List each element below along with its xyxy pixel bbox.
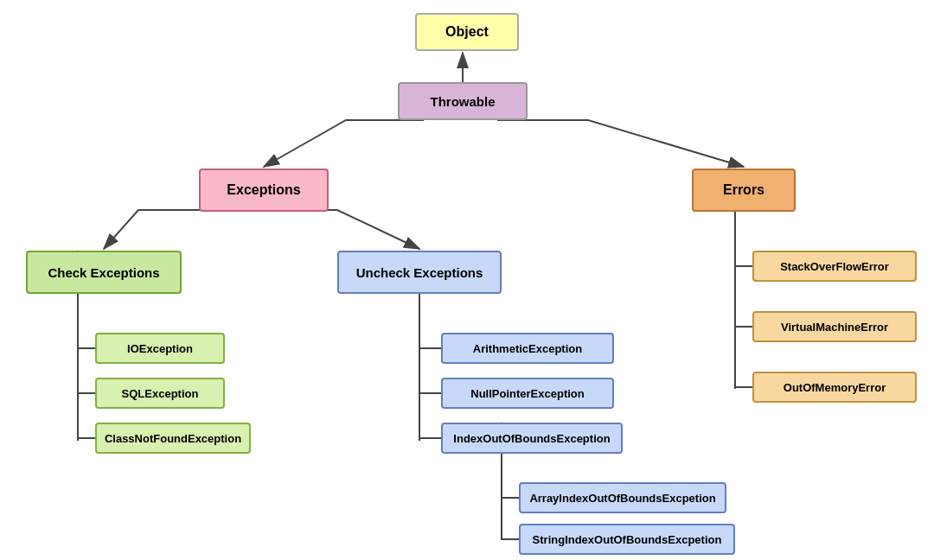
ioexception-node: IOException [95, 333, 225, 364]
indexout-node: IndexOutOfBoundsException [441, 423, 623, 454]
diagram: Object Throwable Exceptions Errors Check… [0, 0, 934, 560]
sqlexception-node: SQLException [95, 378, 225, 409]
stringindex-node: StringIndexOutOfBoundsExcpetion [519, 524, 735, 555]
classnotfound-node: ClassNotFoundException [95, 423, 251, 454]
outofmemory-node: OutOfMemoryError [752, 372, 917, 403]
stackoverflow-node: StackOverFlowError [752, 251, 917, 282]
virtualmachine-node: VirtualMachineError [752, 311, 917, 342]
nullpointer-node: NullPointerException [441, 378, 614, 409]
check-exceptions-node: Check Exceptions [26, 251, 182, 294]
errors-node: Errors [692, 169, 796, 212]
throwable-node: Throwable [398, 82, 528, 120]
arithmetic-node: ArithmeticException [441, 333, 614, 364]
arrayindex-node: ArrayIndexOutOfBoundsExcpetion [519, 482, 726, 513]
object-node: Object [415, 13, 519, 51]
exceptions-node: Exceptions [199, 169, 329, 212]
uncheck-exceptions-node: Uncheck Exceptions [337, 251, 502, 294]
